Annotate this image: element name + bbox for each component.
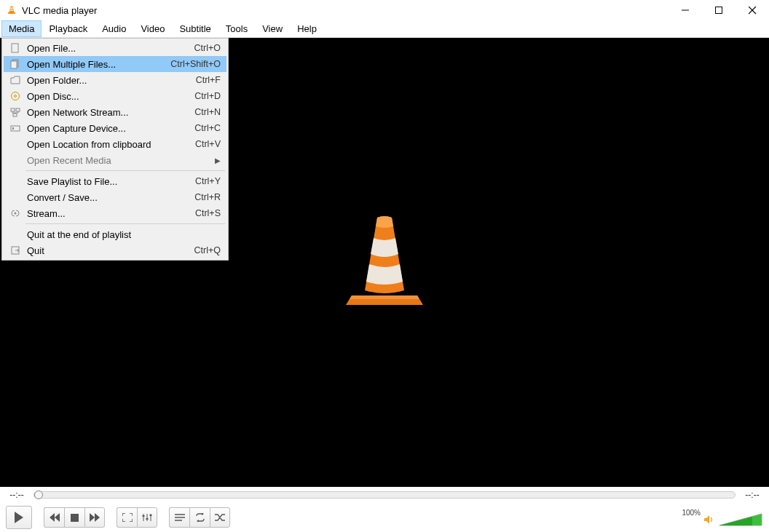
svg-rect-20: [71, 514, 79, 522]
volume-label: 100%: [682, 509, 701, 517]
menu-separator: [25, 170, 225, 171]
fullscreen-button[interactable]: [117, 507, 137, 528]
menu-separator: [25, 223, 225, 224]
menu-open-folder[interactable]: Open Folder... Ctrl+F: [4, 72, 226, 88]
menu-quit-after-playlist[interactable]: Quit at the end of playlist: [4, 226, 226, 242]
network-icon: [7, 107, 24, 117]
svg-rect-1: [10, 8, 13, 9]
menu-convert-save[interactable]: Convert / Save... Ctrl+R: [4, 189, 226, 205]
menu-subtitle[interactable]: Subtitle: [172, 20, 218, 37]
previous-button[interactable]: [44, 507, 64, 528]
menu-open-network-stream[interactable]: Open Network Stream... Ctrl+N: [4, 104, 226, 120]
volume-control: 100%: [682, 509, 763, 527]
menu-open-recent[interactable]: Open Recent Media ▶: [4, 152, 226, 168]
svg-rect-24: [143, 515, 145, 517]
folder-icon: [7, 75, 24, 85]
menu-open-capture-device[interactable]: Open Capture Device... Ctrl+C: [4, 120, 226, 136]
svg-rect-9: [11, 61, 17, 68]
volume-slider[interactable]: [719, 512, 763, 527]
menu-open-file[interactable]: Open File... Ctrl+O: [4, 40, 226, 56]
extended-settings-button[interactable]: [137, 507, 157, 528]
remaining-time[interactable]: --:--: [740, 490, 765, 500]
svg-point-10: [12, 92, 20, 100]
menu-media[interactable]: Media: [1, 20, 42, 37]
elapsed-time[interactable]: --:--: [4, 490, 29, 500]
menu-save-playlist[interactable]: Save Playlist to File... Ctrl+Y: [4, 173, 226, 189]
next-button[interactable]: [84, 507, 105, 528]
stream-icon: [7, 208, 24, 218]
svg-rect-25: [146, 518, 149, 520]
menu-playback[interactable]: Playback: [42, 20, 95, 37]
svg-rect-13: [16, 108, 20, 111]
svg-rect-12: [11, 108, 15, 111]
menu-tools[interactable]: Tools: [218, 20, 255, 37]
speaker-icon[interactable]: [703, 514, 717, 525]
svg-rect-26: [150, 515, 152, 516]
title-bar: VLC media player: [0, 0, 769, 20]
playlist-button[interactable]: [169, 507, 189, 528]
menu-audio[interactable]: Audio: [95, 20, 133, 37]
shuffle-button[interactable]: [210, 507, 230, 528]
menu-bar: Media Playback Audio Video Subtitle Tool…: [0, 20, 769, 38]
playback-controls: 100%: [0, 503, 769, 532]
menu-open-disc[interactable]: Open Disc... Ctrl+D: [4, 88, 226, 104]
svg-rect-4: [716, 7, 722, 14]
seek-row: --:-- --:--: [0, 487, 769, 503]
menu-help[interactable]: Help: [290, 20, 324, 37]
file-icon: [7, 43, 24, 53]
svg-rect-16: [12, 127, 14, 130]
seek-knob[interactable]: [34, 491, 43, 499]
menu-quit[interactable]: Quit Ctrl+Q: [4, 242, 226, 258]
maximize-button[interactable]: [702, 0, 736, 20]
loop-button[interactable]: [189, 507, 210, 528]
play-button[interactable]: [6, 506, 32, 529]
capture-icon: [7, 123, 24, 133]
minimize-button[interactable]: [669, 0, 702, 20]
close-button[interactable]: [736, 0, 769, 20]
svg-rect-7: [12, 44, 18, 52]
svg-rect-0: [8, 12, 15, 14]
window-title: VLC media player: [22, 5, 669, 16]
svg-point-11: [15, 95, 17, 98]
menu-open-multiple-files[interactable]: Open Multiple Files... Ctrl+Shift+O: [4, 56, 226, 72]
menu-open-clipboard[interactable]: Open Location from clipboard Ctrl+V: [4, 136, 226, 152]
svg-rect-15: [11, 126, 20, 131]
svg-rect-14: [13, 114, 17, 116]
disc-icon: [7, 91, 24, 101]
svg-rect-2: [9, 9, 13, 10]
menu-stream[interactable]: Stream... Ctrl+S: [4, 205, 226, 221]
stop-button[interactable]: [64, 507, 84, 528]
vlc-cone-logo: [337, 212, 432, 314]
svg-point-17: [15, 213, 17, 215]
menu-video[interactable]: Video: [133, 20, 172, 37]
media-dropdown: Open File... Ctrl+O Open Multiple Files.…: [1, 38, 229, 261]
seek-slider[interactable]: [33, 491, 736, 499]
vlc-cone-icon: [6, 4, 17, 16]
submenu-arrow-icon: ▶: [210, 156, 221, 164]
files-icon: [7, 59, 24, 69]
menu-view[interactable]: View: [255, 20, 290, 37]
quit-icon: [7, 245, 24, 255]
